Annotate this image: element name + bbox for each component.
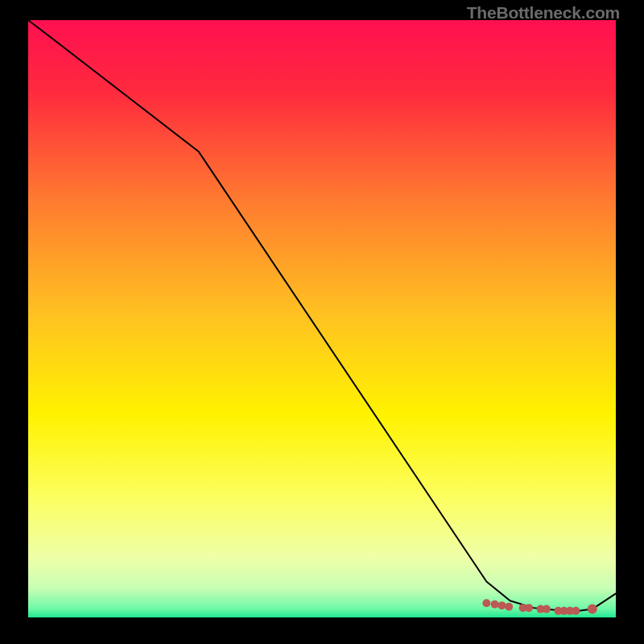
marker-dot: [588, 605, 597, 614]
marker-dot: [525, 604, 533, 612]
marker-dot: [572, 607, 580, 615]
chart-stage: TheBottleneck.com: [0, 0, 644, 644]
marker-dot: [505, 603, 513, 611]
marker-dot: [543, 605, 551, 613]
marker-dot: [491, 601, 499, 609]
watermark-text: TheBottleneck.com: [467, 3, 620, 23]
marker-dot: [497, 601, 506, 609]
chart-svg: [28, 20, 616, 617]
marker-dot: [482, 599, 490, 607]
chart-background: [28, 20, 616, 617]
plot-area: [28, 20, 616, 617]
